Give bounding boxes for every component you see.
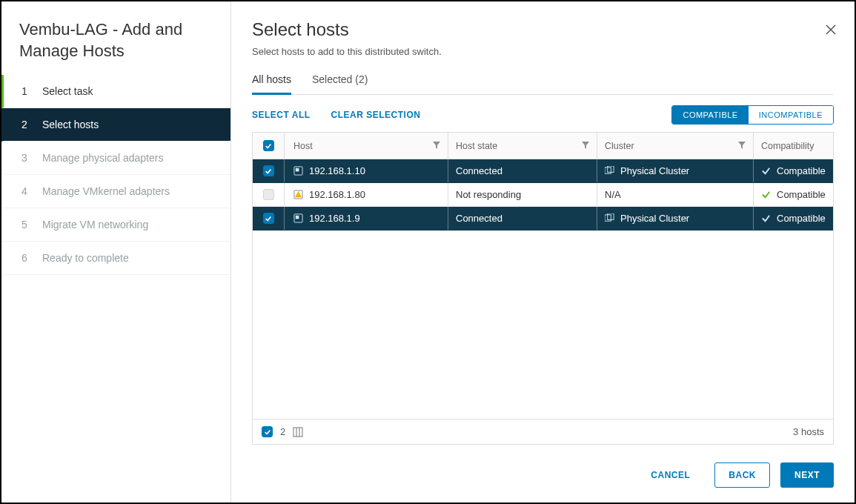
step-number: 5 <box>21 219 32 231</box>
selected-count: 2 <box>280 426 285 437</box>
check-icon <box>761 190 771 199</box>
step-number: 4 <box>21 185 32 197</box>
col-header-host[interactable]: Host <box>292 141 448 151</box>
wizard-content: Select hosts Select hosts to add to this… <box>231 1 855 503</box>
svg-rect-8 <box>608 213 614 219</box>
page-title: Select hosts <box>252 19 834 40</box>
next-button[interactable]: NEXT <box>780 462 834 488</box>
compat-text: Compatible <box>777 189 826 200</box>
svg-rect-6 <box>296 216 299 219</box>
step-label: Manage VMkernel adapters <box>42 185 170 197</box>
host-state: Connected <box>456 165 597 176</box>
wizard-sidebar: Vembu-LAG - Add and Manage Hosts 1 Selec… <box>1 1 231 503</box>
page-subtitle: Select hosts to add to this distributed … <box>252 46 834 57</box>
select-all-checkbox[interactable] <box>263 140 274 151</box>
host-icon <box>293 166 303 176</box>
filter-icon[interactable] <box>738 141 746 151</box>
table-row[interactable]: 192.168.1.80 Not responding N/A Compatib… <box>253 183 833 207</box>
host-warning-icon <box>293 190 303 199</box>
cluster-icon <box>605 213 614 223</box>
row-checkbox[interactable] <box>263 165 274 176</box>
step-label: Select task <box>42 85 93 97</box>
step-label: Migrate VM networking <box>42 219 148 231</box>
compat-text: Compatible <box>777 165 826 176</box>
step-select-hosts[interactable]: 2 Select hosts <box>1 108 230 142</box>
hosts-table: Host Host state Cluster <box>252 132 834 445</box>
cluster-name: N/A <box>605 189 621 200</box>
step-label: Manage physical adapters <box>42 152 163 164</box>
toggle-incompatible[interactable]: INCOMPATIBLE <box>749 106 833 124</box>
col-header-compat[interactable]: Compatibility <box>761 141 833 151</box>
step-number: 2 <box>21 119 32 130</box>
wizard-title: Vembu-LAG - Add and Manage Hosts <box>1 19 230 70</box>
check-icon <box>761 166 771 176</box>
back-button[interactable]: BACK <box>714 462 770 488</box>
host-ip: 192.168.1.80 <box>309 189 365 200</box>
svg-rect-7 <box>605 215 611 221</box>
svg-rect-9 <box>293 428 302 437</box>
table-controls: SELECT ALL CLEAR SELECTION COMPATIBLE IN… <box>252 105 834 125</box>
table-footer: 2 3 hosts <box>253 419 833 444</box>
col-header-cluster[interactable]: Cluster <box>605 141 753 151</box>
filter-icon[interactable] <box>433 141 440 151</box>
step-number: 3 <box>21 152 32 164</box>
wizard-steps: 1 Select task 2 Select hosts 3 Manage ph… <box>1 75 230 275</box>
table-row[interactable]: 192.168.1.9 Connected Physical Cluster <box>253 207 833 231</box>
host-ip: 192.168.1.10 <box>309 165 365 176</box>
step-migrate-networking: 5 Migrate VM networking <box>1 208 230 242</box>
step-vmkernel-adapters: 4 Manage VMkernel adapters <box>1 175 230 208</box>
svg-rect-2 <box>605 168 611 173</box>
host-state: Connected <box>456 213 597 224</box>
step-physical-adapters: 3 Manage physical adapters <box>1 142 230 175</box>
cluster-name: Physical Cluster <box>620 213 689 224</box>
host-state: Not responding <box>456 189 597 200</box>
check-icon <box>761 213 771 223</box>
table-body: 192.168.1.10 Connected Physical Cluster <box>253 159 833 419</box>
clear-selection-button[interactable]: CLEAR SELECTION <box>331 110 421 120</box>
wizard-footer: CANCEL BACK NEXT <box>252 462 834 488</box>
cluster-name: Physical Cluster <box>620 165 689 176</box>
cluster-icon <box>605 166 614 176</box>
total-count: 3 hosts <box>793 426 824 437</box>
step-ready-complete: 6 Ready to complete <box>1 242 230 275</box>
step-label: Select hosts <box>42 119 99 130</box>
compat-text: Compatible <box>777 213 826 224</box>
select-all-button[interactable]: SELECT ALL <box>252 110 311 120</box>
tab-all-hosts[interactable]: All hosts <box>252 67 291 95</box>
close-icon[interactable] <box>825 22 837 39</box>
cancel-button[interactable]: CANCEL <box>637 462 704 488</box>
selection-indicator-icon <box>262 426 273 437</box>
col-header-state[interactable]: Host state <box>456 141 597 151</box>
svg-rect-3 <box>608 166 614 172</box>
step-label: Ready to complete <box>42 252 129 264</box>
row-checkbox[interactable] <box>263 213 274 224</box>
tab-selected-hosts[interactable]: Selected (2) <box>312 67 368 94</box>
table-row[interactable]: 192.168.1.10 Connected Physical Cluster <box>253 159 833 183</box>
row-checkbox[interactable] <box>263 189 274 200</box>
table-header: Host Host state Cluster <box>253 133 833 159</box>
filter-icon[interactable] <box>582 141 589 151</box>
column-picker-icon[interactable] <box>293 427 303 437</box>
step-number: 1 <box>21 85 32 97</box>
compatibility-toggle: COMPATIBLE INCOMPATIBLE <box>671 105 834 125</box>
wizard-dialog: Vembu-LAG - Add and Manage Hosts 1 Selec… <box>0 0 856 504</box>
svg-rect-1 <box>296 168 299 172</box>
host-icon <box>293 213 303 223</box>
toggle-compatible[interactable]: COMPATIBLE <box>672 106 748 124</box>
step-number: 6 <box>21 252 32 264</box>
host-tabs: All hosts Selected (2) <box>252 67 834 95</box>
step-select-task[interactable]: 1 Select task <box>1 75 230 108</box>
host-ip: 192.168.1.9 <box>309 213 360 224</box>
